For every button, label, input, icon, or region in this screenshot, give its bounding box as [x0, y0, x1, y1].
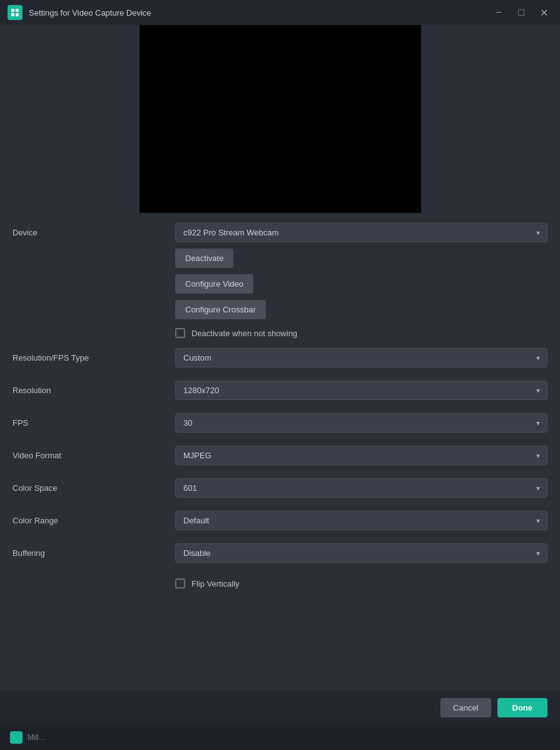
configure-crossbar-button[interactable]: Configure Crossbar	[175, 300, 266, 319]
color-space-dropdown-wrapper: 601	[175, 478, 547, 498]
svg-rect-2	[11, 13, 14, 16]
color-range-label: Color Range	[13, 511, 175, 525]
deactivate-checkbox-label: Deactivate when not showing	[191, 329, 297, 338]
deactivate-button[interactable]: Deactivate	[175, 249, 233, 268]
resolution-fps-type-select[interactable]: Custom	[175, 348, 547, 367]
video-format-select[interactable]: MJPEG	[175, 446, 547, 465]
resolution-fps-type-row: Resolution/FPS Type Custom	[13, 348, 547, 371]
taskbar-text: Mill...	[28, 733, 45, 742]
resolution-row: Resolution 1280x720	[13, 381, 547, 403]
resolution-fps-type-dropdown-wrapper: Custom	[175, 348, 547, 367]
video-format-dropdown-wrapper: MJPEG	[175, 446, 547, 465]
resolution-control: 1280x720	[175, 381, 547, 400]
buffering-select[interactable]: Disable	[175, 543, 547, 563]
title-bar: Settings for Video Capture Device − □ ✕	[0, 0, 560, 25]
cancel-button[interactable]: Cancel	[440, 698, 491, 717]
device-select[interactable]: c922 Pro Stream Webcam	[175, 223, 547, 242]
flip-vertically-label: Flip Vertically	[191, 579, 240, 588]
device-dropdown-wrapper: c922 Pro Stream Webcam	[175, 223, 547, 242]
deactivate-checkbox-row: Deactivate when not showing	[175, 326, 547, 338]
flip-vertically-spacer	[13, 576, 175, 581]
resolution-select[interactable]: 1280x720	[175, 381, 547, 400]
window-title: Settings for Video Capture Device	[29, 8, 484, 18]
buffering-label: Buffering	[13, 543, 175, 558]
color-range-select[interactable]: Default	[175, 511, 547, 530]
video-format-control: MJPEG	[175, 446, 547, 465]
buffering-row: Buffering Disable	[13, 543, 547, 566]
fps-row: FPS 30	[13, 413, 547, 436]
device-control: c922 Pro Stream Webcam Deactivate Config…	[175, 223, 547, 338]
flip-vertically-control: Flip Vertically	[175, 576, 547, 588]
deactivate-checkbox[interactable]	[175, 328, 185, 338]
fps-control: 30	[175, 413, 547, 433]
buffering-dropdown-wrapper: Disable	[175, 543, 547, 563]
flip-vertically-checkbox[interactable]	[175, 578, 185, 588]
close-button[interactable]: ✕	[535, 4, 552, 21]
resolution-fps-type-label: Resolution/FPS Type	[13, 348, 175, 362]
resolution-dropdown-wrapper: 1280x720	[175, 381, 547, 400]
device-row: Device c922 Pro Stream Webcam Deactivate…	[13, 223, 547, 338]
color-space-row: Color Space 601	[13, 478, 547, 501]
svg-rect-3	[16, 13, 19, 16]
fps-select[interactable]: 30	[175, 413, 547, 433]
buffering-control: Disable	[175, 543, 547, 563]
taskbar-icon	[10, 731, 23, 744]
fps-dropdown-wrapper: 30	[175, 413, 547, 433]
color-range-row: Color Range Default	[13, 511, 547, 533]
svg-rect-0	[11, 9, 14, 12]
maximize-button[interactable]: □	[512, 4, 530, 21]
resolution-fps-type-control: Custom	[175, 348, 547, 367]
flip-vertically-row: Flip Vertically	[13, 576, 547, 598]
fps-label: FPS	[13, 413, 175, 428]
color-space-label: Color Space	[13, 478, 175, 493]
flip-vertically-checkbox-row: Flip Vertically	[175, 576, 547, 588]
window-controls: − □ ✕	[490, 4, 552, 21]
footer: Cancel Done	[0, 691, 560, 725]
video-preview	[140, 25, 421, 213]
done-button[interactable]: Done	[497, 698, 548, 717]
minimize-button[interactable]: −	[490, 4, 507, 21]
app-icon	[8, 5, 23, 20]
configure-video-button[interactable]: Configure Video	[175, 274, 253, 294]
video-format-row: Video Format MJPEG	[13, 446, 547, 468]
video-format-label: Video Format	[13, 446, 175, 460]
device-label: Device	[13, 223, 175, 237]
color-range-dropdown-wrapper: Default	[175, 511, 547, 530]
color-range-control: Default	[175, 511, 547, 530]
resolution-label: Resolution	[13, 381, 175, 395]
settings-area: Device c922 Pro Stream Webcam Deactivate…	[0, 213, 560, 691]
color-space-select[interactable]: 601	[175, 478, 547, 498]
taskbar-hint: Mill...	[0, 725, 560, 750]
svg-rect-1	[16, 9, 19, 12]
color-space-control: 601	[175, 478, 547, 498]
